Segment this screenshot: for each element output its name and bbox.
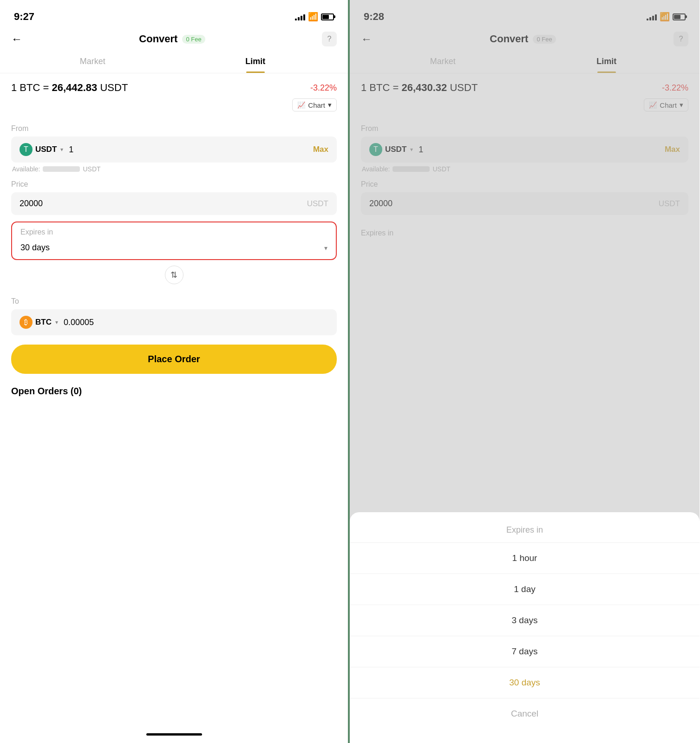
swap-wrapper-left: ⇅ [0,260,348,290]
from-currency-name-left: USDT [35,145,57,154]
price-unit-right: USDT [659,199,680,209]
help-button-left[interactable]: ? [322,32,337,46]
to-dropdown-arrow-left: ▾ [55,319,58,326]
title-area-right: Convert 0 Fee [490,33,556,45]
expires-label-right: Expires in [361,229,688,237]
max-button-right[interactable]: Max [665,145,680,154]
status-bar-left: 9:27 📶 [0,0,348,28]
price-change-left: -3.22% [310,83,337,93]
available-amount-blur-left [43,166,80,172]
price-suffix-left: USDT [100,82,128,93]
tab-limit-left[interactable]: Limit [174,52,337,73]
from-value-left[interactable]: 1 [69,145,307,155]
available-text-right: Available: USDT [361,163,688,173]
chart-toggle-left: 📈 Chart ▾ [0,97,348,117]
available-amount-blur-right [393,166,430,172]
price-field-value-right[interactable]: 20000 [369,199,653,209]
usdt-icon-left: T [20,143,33,156]
bottom-sheet-header: Expires in [350,512,700,543]
from-value-right[interactable]: 1 [419,145,659,155]
tab-market-right[interactable]: Market [361,52,525,73]
max-button-left[interactable]: Max [313,145,328,154]
place-order-button-left[interactable]: Place Order [11,345,337,374]
bottom-sheet-item-30days[interactable]: 30 days [350,667,700,698]
chart-label-left: Chart [308,101,325,109]
price-prefix-left: 1 BTC = [11,82,49,93]
to-currency-selector-left[interactable]: ₿ BTC ▾ [20,316,58,329]
to-currency-name-left: BTC [35,318,52,327]
from-label-left: From [11,124,337,133]
price-text-right: 1 BTC = 26,430.32 USDT [361,82,478,94]
fee-badge-right: 0 Fee [533,35,556,44]
price-input-row-left: 20000 USDT [11,192,337,215]
swap-button-left[interactable]: ⇅ [165,266,183,284]
from-section-right: From T USDT ▾ 1 Max Available: USDT [350,117,700,173]
price-field-value-left[interactable]: 20000 [20,199,301,209]
tab-market-left[interactable]: Market [11,52,174,73]
bottom-sheet-item-1hour[interactable]: 1 hour [350,543,700,574]
price-row-left: 1 BTC = 26,442.83 USDT -3.22% [0,73,348,97]
bottom-sheet-item-1day[interactable]: 1 day [350,574,700,605]
battery-icon-right [673,13,686,20]
help-button-right[interactable]: ? [674,32,688,46]
expires-label-left: Expires in [12,222,336,236]
expires-bottom-sheet: Expires in 1 hour 1 day 3 days 7 days 30… [350,512,700,743]
from-currency-name-right: USDT [385,145,406,154]
from-input-row-right: T USDT ▾ 1 Max [361,137,688,163]
bottom-sheet-item-3days[interactable]: 3 days [350,605,700,636]
tabs-left: Market Limit [0,52,348,73]
price-value-left: 26,442.83 [52,82,97,93]
header-left: ← Convert 0 Fee ? [0,28,348,52]
price-prefix-right: 1 BTC = [361,82,399,93]
to-label-left: To [11,297,337,306]
battery-icon [321,13,334,20]
expires-value-left: 30 days [20,243,50,253]
price-input-row-right: 20000 USDT [361,192,688,215]
chart-icon-left: 📈 [297,101,305,109]
to-section-left: To ₿ BTC ▾ 0.00005 [0,290,348,335]
wifi-icon: 📶 [308,12,318,22]
chart-chevron-left: ▾ [328,101,332,109]
left-screen: 9:27 📶 ← Convert 0 Fee ? Market Limit [0,0,350,743]
chart-button-right[interactable]: 📈 Chart ▾ [644,98,688,111]
bottom-sheet-cancel-button[interactable]: Cancel [350,698,700,729]
chart-chevron-right: ▾ [680,101,683,109]
from-currency-selector-right[interactable]: T USDT ▾ [369,143,413,156]
price-label-left: Price [11,180,337,189]
from-dropdown-arrow-right: ▾ [410,146,413,153]
from-dropdown-arrow-left: ▾ [60,146,63,153]
chart-button-left[interactable]: 📈 Chart ▾ [292,98,337,111]
from-section-left: From T USDT ▾ 1 Max Available: USDT [0,117,348,173]
price-text-left: 1 BTC = 26,442.83 USDT [11,82,128,94]
usdt-icon-right: T [369,143,382,156]
signal-icon-right [647,13,657,20]
price-label-right: Price [361,180,688,189]
back-button-right[interactable]: ← [361,33,372,46]
status-icons-left: 📶 [295,12,334,22]
tab-limit-right[interactable]: Limit [525,52,689,73]
chart-toggle-right: 📈 Chart ▾ [350,97,700,117]
tabs-right: Market Limit [350,52,700,73]
expires-input-row-left[interactable]: 30 days ▾ [12,236,336,259]
chart-label-right: Chart [660,101,677,109]
available-text-left: Available: USDT [11,163,337,173]
from-label-right: From [361,124,688,133]
home-indicator-left [0,730,348,743]
status-bar-right: 9:28 📶 [350,0,700,28]
to-value-left[interactable]: 0.00005 [64,318,328,327]
price-unit-left: USDT [307,199,328,209]
page-title-left: Convert [139,33,177,45]
price-section-left: Price 20000 USDT [0,173,348,215]
fee-badge-left: 0 Fee [182,35,205,44]
from-currency-selector-left[interactable]: T USDT ▾ [20,143,63,156]
bottom-sheet-item-7days[interactable]: 7 days [350,636,700,667]
back-button-left[interactable]: ← [11,33,22,46]
price-section-right: Price 20000 USDT [350,173,700,215]
place-order-wrapper-left: Place Order [0,335,348,378]
time-right: 9:28 [364,11,384,23]
to-input-row-left: ₿ BTC ▾ 0.00005 [11,309,337,335]
title-area-left: Convert 0 Fee [139,33,205,45]
price-suffix-right: USDT [450,82,478,93]
chart-icon-right: 📈 [649,101,657,109]
signal-icon [295,13,305,20]
